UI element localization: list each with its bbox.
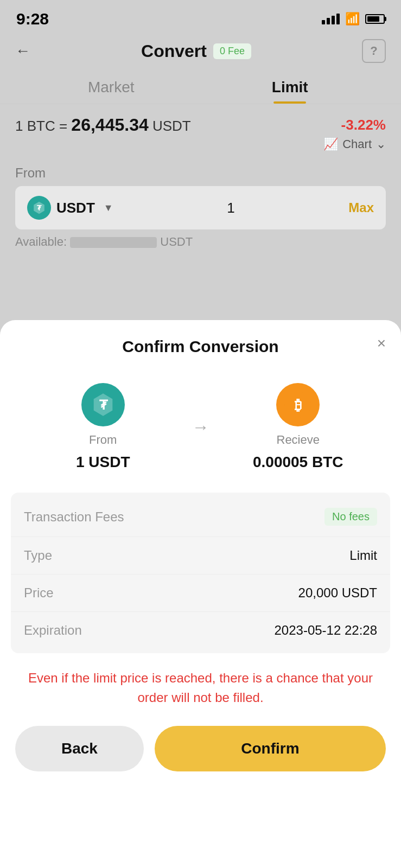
fees-row: Transaction Fees No fees <box>11 497 390 537</box>
header-center: Convert 0 Fee <box>141 41 251 61</box>
action-buttons: Back Confirm <box>0 720 401 771</box>
currency-row: ₮ USDT ▼ 1 Max <box>15 186 386 229</box>
modal-title: Confirm Conversion <box>122 337 278 356</box>
from-label: From <box>15 165 386 181</box>
receive-coin-block: ₿ Recieve 0.00005 BTC <box>217 383 380 471</box>
from-coin-label: From <box>89 433 117 447</box>
status-icons: 📶 <box>322 12 385 26</box>
price-value: 20,000 USDT <box>298 585 377 601</box>
dropdown-arrow-icon: ▼ <box>104 202 113 214</box>
from-coin-icon: ₮ <box>81 383 125 426</box>
available-balance: Available: USDT <box>0 229 401 249</box>
back-button[interactable]: Back <box>15 726 144 771</box>
chart-icon: 📈 <box>323 137 338 151</box>
type-row: Type Limit <box>11 537 390 574</box>
no-fees-badge: No fees <box>324 508 377 526</box>
receive-coin-amount: 0.00005 BTC <box>253 454 343 471</box>
price-row: 1 BTC = 26,445.34 USDT -3.22% <box>15 115 386 135</box>
currency-selector[interactable]: ₮ USDT ▼ <box>27 196 113 220</box>
type-value: Limit <box>349 548 377 563</box>
from-section: From ₮ USDT ▼ 1 Max <box>0 157 401 229</box>
help-button[interactable]: ? <box>362 39 386 63</box>
price-label: Price <box>24 585 54 601</box>
fee-badge: 0 Fee <box>213 43 251 59</box>
conversion-arrow: → <box>184 417 217 437</box>
header: ← Convert 0 Fee ? <box>0 34 401 71</box>
signal-icon <box>322 14 340 24</box>
expiration-label: Expiration <box>24 623 82 638</box>
chevron-down-icon: ⌄ <box>376 137 386 151</box>
confirm-button[interactable]: Confirm <box>155 726 386 771</box>
warning-message: Even if the limit price is reached, ther… <box>0 653 401 720</box>
modal-header: Confirm Conversion × <box>0 320 401 367</box>
from-coin-block: ₮ From 1 USDT <box>22 383 184 471</box>
tab-limit[interactable]: Limit <box>201 71 380 104</box>
svg-text:₿: ₿ <box>295 397 302 413</box>
receive-coin-icon: ₿ <box>276 383 320 426</box>
fees-label: Transaction Fees <box>24 509 124 525</box>
max-button[interactable]: Max <box>348 200 374 215</box>
currency-amount[interactable]: 1 <box>227 200 234 216</box>
tab-market[interactable]: Market <box>22 71 201 104</box>
currency-name: USDT <box>56 200 95 216</box>
expiration-value: 2023-05-12 22:28 <box>275 623 378 638</box>
chart-label: Chart <box>342 137 372 151</box>
modal-close-button[interactable]: × <box>377 336 386 351</box>
battery-icon <box>365 14 385 24</box>
receive-coin-label: Recieve <box>277 433 320 447</box>
status-time: 9:28 <box>16 10 49 28</box>
price-row: Price 20,000 USDT <box>11 574 390 611</box>
tabs: Market Limit <box>0 71 401 104</box>
svg-text:₮: ₮ <box>37 205 42 212</box>
balance-blurred <box>70 237 157 248</box>
price-section: 1 BTC = 26,445.34 USDT -3.22% 📈 Chart ⌄ <box>0 104 401 157</box>
expiration-row: Expiration 2023-05-12 22:28 <box>11 611 390 649</box>
from-coin-amount: 1 USDT <box>76 454 130 471</box>
type-label: Type <box>24 548 52 563</box>
back-icon[interactable]: ← <box>15 42 30 60</box>
status-bar: 9:28 📶 <box>0 0 401 34</box>
confirm-modal: Confirm Conversion × ₮ From 1 USDT → ₿ R… <box>0 320 401 868</box>
chart-link[interactable]: 📈 Chart ⌄ <box>15 137 386 151</box>
wifi-icon: 📶 <box>345 12 360 26</box>
price-display: 1 BTC = 26,445.34 USDT <box>15 115 191 135</box>
price-change: -3.22% <box>341 117 386 133</box>
svg-text:₮: ₮ <box>99 398 108 412</box>
page-title: Convert <box>141 41 207 61</box>
help-icon: ? <box>370 44 377 58</box>
usdt-icon: ₮ <box>27 196 51 220</box>
conversion-visual: ₮ From 1 USDT → ₿ Recieve 0.00005 BTC <box>0 367 401 493</box>
details-table: Transaction Fees No fees Type Limit Pric… <box>11 493 390 653</box>
